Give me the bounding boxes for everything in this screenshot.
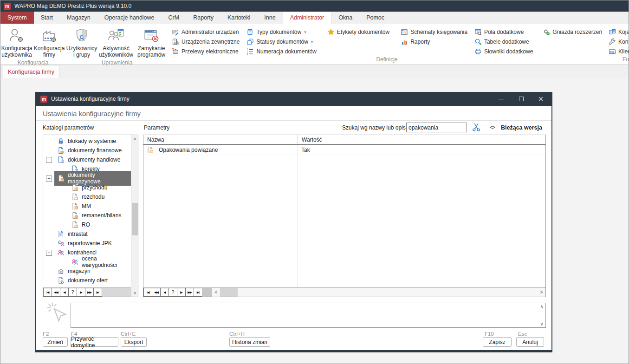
table-row[interactable]: Opakowania powiązane Tak bbox=[143, 145, 545, 155]
pager-prev-button[interactable]: ◀ bbox=[160, 288, 169, 297]
extra-tables-button[interactable]: Tabele dodatkowe bbox=[474, 37, 533, 46]
scrollbar-track[interactable] bbox=[238, 288, 538, 297]
cancel-button[interactable]: Anuluj bbox=[516, 337, 544, 347]
extra-dictionaries-button[interactable]: Słowniki dodatkowe bbox=[474, 46, 533, 56]
pager-next-button[interactable]: ▶ bbox=[77, 288, 85, 297]
collapse-icon[interactable]: − bbox=[46, 250, 52, 256]
menu-tab-pomoc[interactable]: Pomoc bbox=[359, 12, 391, 24]
user-config-button[interactable]: Konfiguracja użytkownika bbox=[0, 25, 33, 59]
pager-fast-next-button[interactable]: ▶▶ bbox=[185, 288, 194, 297]
tree-item-mm[interactable]: MM bbox=[43, 202, 131, 211]
compare-icon[interactable]: <> bbox=[490, 124, 495, 130]
description-textarea[interactable] bbox=[71, 303, 545, 327]
tree-item-raportowanie-jpk[interactable]: raportowanie JPK bbox=[43, 239, 131, 248]
tree-item-blokady[interactable]: blokady w systemie bbox=[43, 136, 131, 146]
pager-fast-prev-button[interactable]: ◀◀ bbox=[152, 288, 161, 297]
shield-user-icon bbox=[73, 26, 91, 46]
close-icon[interactable]: × bbox=[531, 92, 551, 106]
pager-help-button[interactable]: ? bbox=[169, 288, 177, 297]
doc-labels-button[interactable]: Etykiety dokumentów bbox=[327, 27, 389, 37]
dialog-titlebar[interactable]: m Ustawienia konfiguracyjne firmy — × bbox=[36, 92, 551, 106]
magic-wand-cursor-icon bbox=[46, 302, 68, 326]
menu-tab-okna[interactable]: Okna bbox=[331, 12, 359, 24]
pager-last-button[interactable]: ▶| bbox=[194, 288, 202, 297]
menu-tab-crm[interactable]: CrM bbox=[162, 12, 187, 24]
minimize-icon[interactable]: — bbox=[491, 92, 511, 106]
sql-client-button[interactable]: Klient SQL bbox=[609, 46, 629, 56]
restore-defaults-button[interactable]: Przywróć domyślne bbox=[71, 337, 118, 347]
collapse-icon[interactable]: − bbox=[46, 157, 52, 163]
menu-tab-system[interactable]: System bbox=[0, 12, 34, 24]
column-divider bbox=[298, 145, 298, 287]
company-config-button[interactable]: Konfiguracja firmy bbox=[33, 25, 65, 59]
menu-tab-administrator[interactable]: Administrator bbox=[283, 12, 332, 24]
tree-item-dokumenty-handlowe[interactable]: −dokumenty handlowe bbox=[43, 155, 131, 164]
match-records-button[interactable]: Kojarzenie zapisów bbox=[609, 27, 629, 37]
maximize-icon[interactable] bbox=[512, 92, 531, 106]
scissors-icon[interactable] bbox=[472, 123, 481, 132]
change-history-button[interactable]: Historia zmian bbox=[229, 337, 270, 347]
scroll-right-icon[interactable]: > bbox=[538, 288, 545, 297]
change-button[interactable]: Zmień bbox=[43, 337, 68, 347]
users-groups-button[interactable]: Użytkownicy i grupy bbox=[65, 25, 98, 59]
tree-item-ro[interactable]: RO bbox=[43, 220, 131, 229]
scroll-up-icon[interactable]: ∧ bbox=[131, 135, 138, 143]
external-devices-button[interactable]: Urządzenia zewnętrzne bbox=[172, 37, 240, 46]
menu-tab-operacje-handlowe[interactable]: Operacje handlowe bbox=[97, 12, 162, 24]
pager-fast-prev-button[interactable]: ◀◀ bbox=[52, 288, 60, 297]
scrollbar-thumb[interactable] bbox=[132, 203, 138, 235]
document-tab-konfiguracja-firmy[interactable]: Konfiguracja firmy bbox=[3, 65, 59, 78]
menu-tab-kartoteki[interactable]: Kartoteki bbox=[220, 12, 257, 24]
tree-item-label: magazyn bbox=[68, 268, 91, 274]
pager-first-button[interactable]: |◀ bbox=[43, 288, 52, 297]
tree-item-label: intrastat bbox=[68, 231, 88, 237]
tree-item-intrastat[interactable]: intrastat bbox=[43, 229, 131, 239]
e-transfers-button[interactable]: Przelewy elektroniczne bbox=[172, 46, 240, 56]
export-button[interactable]: Eksport bbox=[121, 337, 147, 347]
save-button[interactable]: Zapisz bbox=[483, 337, 512, 347]
reports-button[interactable]: Raporty bbox=[401, 37, 467, 46]
menu-tab-inne[interactable]: Inne bbox=[257, 12, 282, 24]
button-label: Tabele dodatkowe bbox=[484, 39, 529, 45]
tree-item-remanent-bilans[interactable]: remanent/bilans bbox=[43, 211, 131, 220]
column-header-nazwa[interactable]: Nazwa bbox=[143, 135, 298, 144]
pager-first-button[interactable]: |◀ bbox=[143, 288, 152, 297]
doc-numbering-button[interactable]: Numeracja dokumentów bbox=[246, 46, 316, 56]
tree-item-label: MM bbox=[82, 203, 91, 209]
pager-last-button[interactable]: ▶| bbox=[93, 288, 102, 297]
pager-next-button[interactable]: ▶ bbox=[177, 288, 186, 297]
tree-vertical-scrollbar[interactable]: ∧ ∨ bbox=[131, 135, 138, 297]
pager-help-button[interactable]: ? bbox=[68, 288, 77, 297]
tree-item-ocena-wiarygodnosci[interactable]: ocena wiarygodności bbox=[43, 257, 131, 266]
contractors-icon bbox=[57, 249, 65, 256]
collapse-icon[interactable]: − bbox=[46, 176, 52, 182]
menu-tab-raporty[interactable]: Raporty bbox=[186, 12, 220, 24]
user-activity-button[interactable]: Aktywność użytkowników bbox=[98, 25, 134, 59]
tree-item-dokumenty-finansowe[interactable]: dokumenty finansowe bbox=[43, 146, 131, 155]
tree-item-rozchodu[interactable]: rozchodu bbox=[43, 192, 131, 202]
doc-numbering-icon bbox=[246, 48, 254, 55]
posting-schemes-button[interactable]: Schematy księgowania bbox=[401, 27, 467, 37]
pager-prev-button[interactable]: ◀ bbox=[60, 288, 69, 297]
doc-statuses-button[interactable]: Statusy dokumentów ▾ bbox=[246, 37, 316, 46]
ribbon-group-label: Uprawnienia bbox=[65, 59, 169, 67]
menu-tab-start[interactable]: Start bbox=[34, 12, 60, 24]
tree-item-dokumenty-magazynowe[interactable]: −dokumenty magazynowe bbox=[43, 174, 131, 183]
close-programs-button[interactable]: Zamykanie programów bbox=[134, 25, 169, 59]
scroll-left-icon[interactable]: < bbox=[212, 288, 220, 297]
device-admin-button[interactable]: Administrator urządzeń bbox=[172, 27, 240, 37]
tree-item-dokumenty-ofert[interactable]: dokumenty ofert bbox=[43, 276, 131, 285]
scrollbar-thumb[interactable] bbox=[220, 288, 238, 297]
pager-fast-next-button[interactable]: ▶▶ bbox=[85, 288, 94, 297]
column-header-wartosc[interactable]: Wartość bbox=[298, 135, 545, 144]
scroll-up-icon[interactable]: ∧ bbox=[539, 304, 545, 309]
search-input[interactable] bbox=[406, 123, 467, 132]
scroll-down-icon[interactable]: ∨ bbox=[539, 322, 545, 326]
doc-types-button[interactable]: Typy dokumentów ▾ bbox=[246, 27, 316, 37]
horizontal-scrollbar[interactable]: < > bbox=[202, 288, 545, 297]
data-repair-button[interactable]: Kontrola i naprawa danych bbox=[609, 37, 629, 46]
extension-sockets-button[interactable]: Gniazda rozszerzeń bbox=[543, 27, 602, 37]
extra-fields-button[interactable]: Pola dodatkowe bbox=[474, 27, 533, 37]
scroll-down-icon[interactable]: ∨ bbox=[131, 289, 138, 297]
menu-tab-magazyn[interactable]: Magazyn bbox=[60, 12, 97, 24]
